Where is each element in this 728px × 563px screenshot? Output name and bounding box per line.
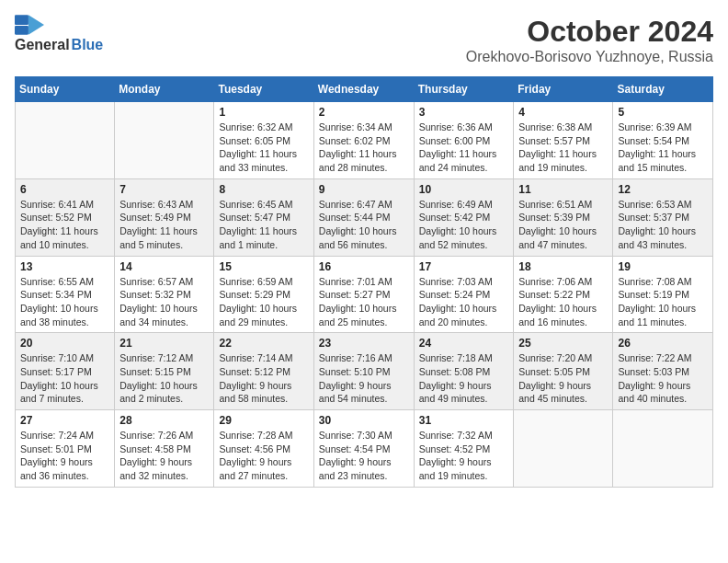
calendar-cell: 26Sunrise: 7:22 AMSunset: 5:03 PMDayligh… bbox=[613, 333, 713, 410]
day-info: Sunrise: 6:41 AMSunset: 5:52 PMDaylight:… bbox=[20, 198, 109, 252]
day-number: 14 bbox=[119, 260, 209, 273]
logo: General Blue bbox=[15, 15, 103, 53]
logo-blue-text: Blue bbox=[72, 37, 104, 53]
day-info: Sunrise: 6:51 AMSunset: 5:39 PMDaylight:… bbox=[518, 198, 608, 252]
day-info: Sunrise: 7:28 AMSunset: 4:56 PMDaylight:… bbox=[219, 429, 308, 483]
calendar-cell: 21Sunrise: 7:12 AMSunset: 5:15 PMDayligh… bbox=[115, 333, 214, 410]
calendar-cell: 13Sunrise: 6:55 AMSunset: 5:34 PMDayligh… bbox=[16, 256, 115, 333]
day-number: 7 bbox=[119, 183, 209, 196]
location-title: Orekhovo-Borisovo Yuzhnoye, Russia bbox=[466, 49, 713, 65]
calendar-week-row: 13Sunrise: 6:55 AMSunset: 5:34 PMDayligh… bbox=[16, 256, 713, 333]
day-info: Sunrise: 7:32 AMSunset: 4:52 PMDaylight:… bbox=[419, 429, 509, 483]
day-info: Sunrise: 7:14 AMSunset: 5:12 PMDaylight:… bbox=[219, 351, 308, 406]
svg-marker-2 bbox=[28, 15, 44, 34]
day-number: 22 bbox=[219, 337, 308, 350]
day-number: 28 bbox=[119, 414, 209, 427]
calendar-cell: 25Sunrise: 7:20 AMSunset: 5:05 PMDayligh… bbox=[514, 333, 613, 410]
svg-rect-1 bbox=[15, 26, 28, 35]
day-number: 27 bbox=[20, 414, 109, 427]
calendar-week-row: 1Sunrise: 6:32 AMSunset: 6:05 PMDaylight… bbox=[16, 102, 713, 179]
day-info: Sunrise: 6:32 AMSunset: 6:05 PMDaylight:… bbox=[219, 121, 308, 175]
calendar-cell: 27Sunrise: 7:24 AMSunset: 5:01 PMDayligh… bbox=[16, 410, 115, 488]
calendar-cell: 22Sunrise: 7:14 AMSunset: 5:12 PMDayligh… bbox=[214, 333, 313, 410]
day-number: 15 bbox=[219, 260, 308, 273]
day-info: Sunrise: 7:08 AMSunset: 5:19 PMDaylight:… bbox=[618, 275, 708, 329]
day-info: Sunrise: 7:06 AMSunset: 5:22 PMDaylight:… bbox=[518, 275, 608, 329]
calendar-header-friday: Friday bbox=[514, 77, 613, 102]
calendar-cell: 9Sunrise: 6:47 AMSunset: 5:44 PMDaylight… bbox=[313, 178, 414, 256]
day-number: 11 bbox=[518, 183, 608, 196]
calendar-cell bbox=[16, 102, 115, 179]
calendar-cell: 29Sunrise: 7:28 AMSunset: 4:56 PMDayligh… bbox=[214, 410, 313, 488]
calendar-week-row: 6Sunrise: 6:41 AMSunset: 5:52 PMDaylight… bbox=[16, 178, 713, 256]
page-header: General Blue October 2024 Orekhovo-Boris… bbox=[15, 15, 713, 65]
calendar-cell: 2Sunrise: 6:34 AMSunset: 6:02 PMDaylight… bbox=[313, 102, 414, 179]
day-number: 20 bbox=[20, 337, 109, 350]
calendar-cell: 1Sunrise: 6:32 AMSunset: 6:05 PMDaylight… bbox=[214, 102, 313, 179]
calendar-cell bbox=[613, 410, 713, 488]
day-info: Sunrise: 7:20 AMSunset: 5:05 PMDaylight:… bbox=[518, 351, 608, 406]
day-info: Sunrise: 7:22 AMSunset: 5:03 PMDaylight:… bbox=[618, 351, 708, 406]
day-info: Sunrise: 7:12 AMSunset: 5:15 PMDaylight:… bbox=[119, 351, 209, 406]
day-info: Sunrise: 6:39 AMSunset: 5:54 PMDaylight:… bbox=[618, 121, 708, 175]
day-number: 29 bbox=[219, 414, 308, 427]
calendar-cell: 12Sunrise: 6:53 AMSunset: 5:37 PMDayligh… bbox=[613, 178, 713, 256]
svg-rect-0 bbox=[15, 15, 28, 25]
day-info: Sunrise: 7:01 AMSunset: 5:27 PMDaylight:… bbox=[319, 275, 409, 329]
day-number: 16 bbox=[319, 260, 409, 273]
logo-general-text: General bbox=[15, 37, 70, 53]
day-number: 5 bbox=[618, 106, 708, 119]
day-info: Sunrise: 7:18 AMSunset: 5:08 PMDaylight:… bbox=[419, 351, 509, 406]
day-number: 24 bbox=[419, 337, 509, 350]
day-info: Sunrise: 7:30 AMSunset: 4:54 PMDaylight:… bbox=[319, 429, 409, 483]
calendar-header-monday: Monday bbox=[115, 77, 214, 102]
calendar-cell: 11Sunrise: 6:51 AMSunset: 5:39 PMDayligh… bbox=[514, 178, 613, 256]
calendar-cell: 4Sunrise: 6:38 AMSunset: 5:57 PMDaylight… bbox=[514, 102, 613, 179]
day-number: 25 bbox=[518, 337, 608, 350]
day-number: 10 bbox=[419, 183, 509, 196]
day-number: 4 bbox=[518, 106, 608, 119]
day-number: 12 bbox=[618, 183, 708, 196]
calendar-week-row: 20Sunrise: 7:10 AMSunset: 5:17 PMDayligh… bbox=[16, 333, 713, 410]
day-number: 19 bbox=[618, 260, 708, 273]
calendar-cell: 24Sunrise: 7:18 AMSunset: 5:08 PMDayligh… bbox=[414, 333, 514, 410]
day-number: 8 bbox=[219, 183, 308, 196]
day-number: 2 bbox=[319, 106, 409, 119]
day-info: Sunrise: 6:34 AMSunset: 6:02 PMDaylight:… bbox=[319, 121, 409, 175]
day-info: Sunrise: 6:59 AMSunset: 5:29 PMDaylight:… bbox=[219, 275, 308, 329]
day-number: 9 bbox=[319, 183, 409, 196]
calendar-header-wednesday: Wednesday bbox=[313, 77, 414, 102]
day-info: Sunrise: 7:10 AMSunset: 5:17 PMDaylight:… bbox=[20, 351, 109, 406]
calendar-cell: 28Sunrise: 7:26 AMSunset: 4:58 PMDayligh… bbox=[115, 410, 214, 488]
calendar-header-row: SundayMondayTuesdayWednesdayThursdayFrid… bbox=[16, 77, 713, 102]
calendar-header-sunday: Sunday bbox=[16, 77, 115, 102]
day-number: 30 bbox=[319, 414, 409, 427]
day-number: 6 bbox=[20, 183, 109, 196]
day-number: 23 bbox=[319, 337, 409, 350]
month-title: October 2024 bbox=[466, 15, 713, 49]
calendar-cell bbox=[115, 102, 214, 179]
calendar-cell: 10Sunrise: 6:49 AMSunset: 5:42 PMDayligh… bbox=[414, 178, 514, 256]
calendar-cell: 7Sunrise: 6:43 AMSunset: 5:49 PMDaylight… bbox=[115, 178, 214, 256]
day-number: 18 bbox=[518, 260, 608, 273]
day-info: Sunrise: 7:16 AMSunset: 5:10 PMDaylight:… bbox=[319, 351, 409, 406]
calendar-cell bbox=[514, 410, 613, 488]
day-number: 3 bbox=[419, 106, 509, 119]
day-info: Sunrise: 6:53 AMSunset: 5:37 PMDaylight:… bbox=[618, 198, 708, 252]
day-number: 17 bbox=[419, 260, 509, 273]
calendar-cell: 31Sunrise: 7:32 AMSunset: 4:52 PMDayligh… bbox=[414, 410, 514, 488]
day-number: 1 bbox=[219, 106, 308, 119]
day-info: Sunrise: 6:45 AMSunset: 5:47 PMDaylight:… bbox=[219, 198, 308, 252]
calendar-cell: 3Sunrise: 6:36 AMSunset: 6:00 PMDaylight… bbox=[414, 102, 514, 179]
calendar-cell: 15Sunrise: 6:59 AMSunset: 5:29 PMDayligh… bbox=[214, 256, 313, 333]
calendar-cell: 6Sunrise: 6:41 AMSunset: 5:52 PMDaylight… bbox=[16, 178, 115, 256]
calendar-cell: 30Sunrise: 7:30 AMSunset: 4:54 PMDayligh… bbox=[313, 410, 414, 488]
day-info: Sunrise: 6:47 AMSunset: 5:44 PMDaylight:… bbox=[319, 198, 409, 252]
day-info: Sunrise: 7:03 AMSunset: 5:24 PMDaylight:… bbox=[419, 275, 509, 329]
day-info: Sunrise: 6:36 AMSunset: 6:00 PMDaylight:… bbox=[419, 121, 509, 175]
day-number: 31 bbox=[419, 414, 509, 427]
calendar-header-saturday: Saturday bbox=[613, 77, 713, 102]
calendar-cell: 18Sunrise: 7:06 AMSunset: 5:22 PMDayligh… bbox=[514, 256, 613, 333]
calendar-cell: 5Sunrise: 6:39 AMSunset: 5:54 PMDaylight… bbox=[613, 102, 713, 179]
calendar-cell: 23Sunrise: 7:16 AMSunset: 5:10 PMDayligh… bbox=[313, 333, 414, 410]
